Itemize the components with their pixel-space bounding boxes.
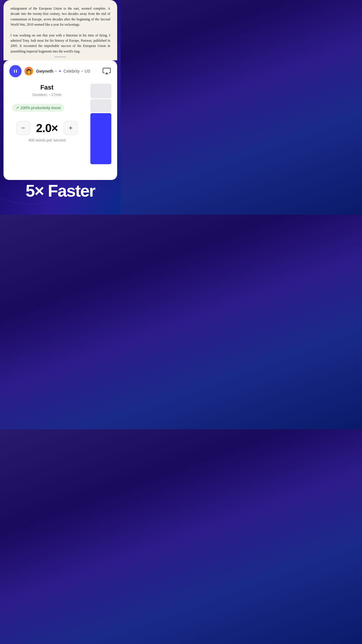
book-paragraph-1: enlargement of the European Union to the… [10,6,110,27]
svg-rect-5 [14,70,15,73]
decrease-speed-button[interactable]: − [16,121,30,135]
play-pause-button[interactable] [9,65,22,77]
voice-region: US [85,69,90,74]
slider-segment-inactive-2 [90,99,111,112]
productivity-badge: ↗ 100% productivity boost [12,104,64,112]
slider-segment-inactive-1 [90,84,111,98]
speed-value: 2.0× [36,122,58,135]
increase-speed-button[interactable]: + [64,121,78,135]
tagline-line1: Read 5× Faster [9,163,112,200]
dot-2: • [81,69,83,74]
top-bar: 👩 Gwyneth • ✦ Celebrity • US [3,60,117,81]
voice-name: Gwyneth [36,69,53,74]
speed-label: Fast [9,84,85,91]
svg-marker-7 [105,72,108,74]
wps-label: 400 words per second [9,138,85,142]
voice-avatar: 👩 [24,67,33,76]
tagline-area: Read 5× Faster [0,151,121,209]
speed-controls: − 2.0× + [9,121,85,135]
sparkle-icon: ✦ [58,69,62,74]
speed-duration: Duration: ~17min [9,92,85,97]
voice-type: Celebrity [64,69,80,74]
scroll-handle [55,56,66,57]
minus-icon: − [21,124,25,132]
pause-icon [13,69,18,74]
productivity-text: 100% productivity boost [20,106,61,110]
plus-icon: + [69,124,73,132]
speed-left: Fast Duration: ~17min ↗ 100% productivit… [9,84,85,142]
voice-info: Gwyneth • ✦ Celebrity • US [36,69,99,74]
svg-rect-6 [16,70,17,73]
airplay-icon [103,67,111,75]
book-text-area: enlargement of the European Union to the… [3,0,117,60]
dot-1: • [55,69,57,74]
book-paragraph-2: I was working on one that year with a hi… [10,33,110,54]
airplay-button[interactable] [102,66,111,76]
arrow-up-icon: ↗ [16,106,19,110]
